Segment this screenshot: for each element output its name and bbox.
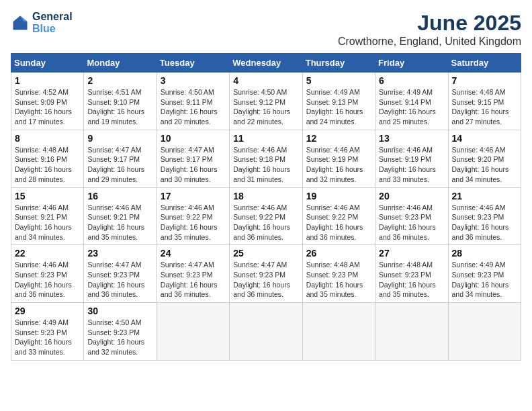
calendar-cell: 25Sunrise: 4:47 AMSunset: 9:23 PMDayligh… (230, 245, 302, 303)
calendar-cell: 21Sunrise: 4:46 AMSunset: 9:23 PMDayligh… (448, 187, 521, 245)
day-number: 1 (15, 75, 80, 86)
calendar-cell (230, 303, 302, 361)
calendar-table: SundayMondayTuesdayWednesdayThursdayFrid… (11, 53, 521, 361)
day-number: 28 (452, 248, 517, 259)
day-number: 20 (379, 191, 444, 201)
day-number: 26 (306, 248, 371, 259)
day-number: 17 (161, 191, 226, 201)
day-info: Sunrise: 4:52 AMSunset: 9:09 PMDaylight:… (15, 87, 80, 127)
day-info: Sunrise: 4:49 AMSunset: 9:23 PMDaylight:… (452, 260, 517, 300)
calendar-cell: 20Sunrise: 4:46 AMSunset: 9:23 PMDayligh… (375, 187, 448, 245)
weekday-header: Friday (375, 54, 448, 73)
day-number: 29 (15, 306, 80, 316)
calendar-cell: 16Sunrise: 4:46 AMSunset: 9:21 PMDayligh… (84, 187, 157, 245)
day-info: Sunrise: 4:50 AMSunset: 9:12 PMDaylight:… (233, 87, 298, 127)
calendar-cell: 13Sunrise: 4:46 AMSunset: 9:19 PMDayligh… (375, 130, 448, 187)
day-number: 25 (233, 248, 298, 259)
title-area: June 2025 Crowthorne, England, United Ki… (338, 11, 521, 48)
weekday-header: Sunday (11, 54, 84, 73)
day-number: 9 (87, 133, 152, 144)
day-info: Sunrise: 4:48 AMSunset: 9:23 PMDaylight:… (379, 260, 444, 300)
day-info: Sunrise: 4:46 AMSunset: 9:23 PMDaylight:… (15, 260, 80, 300)
day-info: Sunrise: 4:46 AMSunset: 9:23 PMDaylight:… (379, 203, 444, 242)
calendar-cell: 29Sunrise: 4:49 AMSunset: 9:23 PMDayligh… (11, 303, 84, 361)
day-info: Sunrise: 4:48 AMSunset: 9:16 PMDaylight:… (15, 145, 80, 185)
calendar-cell: 26Sunrise: 4:48 AMSunset: 9:23 PMDayligh… (302, 245, 375, 303)
calendar-cell: 17Sunrise: 4:46 AMSunset: 9:22 PMDayligh… (157, 187, 229, 245)
day-info: Sunrise: 4:48 AMSunset: 9:15 PMDaylight:… (452, 87, 517, 127)
day-number: 23 (87, 248, 152, 259)
calendar-cell: 10Sunrise: 4:47 AMSunset: 9:17 PMDayligh… (157, 130, 229, 187)
calendar-cell: 14Sunrise: 4:46 AMSunset: 9:20 PMDayligh… (448, 130, 521, 187)
logo-text: General Blue (32, 11, 73, 35)
calendar-cell: 12Sunrise: 4:46 AMSunset: 9:19 PMDayligh… (302, 130, 375, 187)
calendar-cell: 23Sunrise: 4:47 AMSunset: 9:23 PMDayligh… (84, 245, 157, 303)
day-number: 27 (379, 248, 444, 259)
day-info: Sunrise: 4:46 AMSunset: 9:21 PMDaylight:… (87, 203, 152, 242)
day-info: Sunrise: 4:49 AMSunset: 9:23 PMDaylight:… (15, 318, 80, 357)
calendar-cell: 5Sunrise: 4:49 AMSunset: 9:13 PMDaylight… (302, 73, 375, 130)
day-info: Sunrise: 4:50 AMSunset: 9:11 PMDaylight:… (161, 87, 226, 127)
calendar-cell: 9Sunrise: 4:47 AMSunset: 9:17 PMDaylight… (84, 130, 157, 187)
location: Crowthorne, England, United Kingdom (338, 36, 521, 48)
day-number: 10 (161, 133, 226, 144)
calendar-cell: 11Sunrise: 4:46 AMSunset: 9:18 PMDayligh… (230, 130, 302, 187)
day-number: 24 (161, 248, 226, 259)
calendar-cell: 27Sunrise: 4:48 AMSunset: 9:23 PMDayligh… (375, 245, 448, 303)
logo: General Blue (11, 11, 73, 35)
calendar-cell: 19Sunrise: 4:46 AMSunset: 9:22 PMDayligh… (302, 187, 375, 245)
day-number: 16 (87, 191, 152, 201)
calendar-cell: 18Sunrise: 4:46 AMSunset: 9:22 PMDayligh… (230, 187, 302, 245)
weekday-header: Saturday (448, 54, 521, 73)
calendar-cell: 2Sunrise: 4:51 AMSunset: 9:10 PMDaylight… (84, 73, 157, 130)
day-info: Sunrise: 4:46 AMSunset: 9:22 PMDaylight:… (306, 203, 371, 242)
day-info: Sunrise: 4:46 AMSunset: 9:22 PMDaylight:… (161, 203, 226, 242)
calendar-cell: 15Sunrise: 4:46 AMSunset: 9:21 PMDayligh… (11, 187, 84, 245)
day-number: 22 (15, 248, 80, 259)
day-info: Sunrise: 4:49 AMSunset: 9:13 PMDaylight:… (306, 87, 371, 127)
day-info: Sunrise: 4:48 AMSunset: 9:23 PMDaylight:… (306, 260, 371, 300)
day-info: Sunrise: 4:46 AMSunset: 9:19 PMDaylight:… (306, 145, 371, 185)
calendar-cell: 1Sunrise: 4:52 AMSunset: 9:09 PMDaylight… (11, 73, 84, 130)
calendar-cell: 8Sunrise: 4:48 AMSunset: 9:16 PMDaylight… (11, 130, 84, 187)
day-info: Sunrise: 4:46 AMSunset: 9:22 PMDaylight:… (233, 203, 298, 242)
calendar-cell (448, 303, 521, 361)
day-number: 11 (233, 133, 298, 144)
day-number: 7 (452, 75, 517, 86)
day-number: 6 (379, 75, 444, 86)
day-info: Sunrise: 4:49 AMSunset: 9:14 PMDaylight:… (379, 87, 444, 127)
calendar-cell (302, 303, 375, 361)
day-number: 15 (15, 191, 80, 201)
day-info: Sunrise: 4:47 AMSunset: 9:17 PMDaylight:… (87, 145, 152, 185)
day-info: Sunrise: 4:51 AMSunset: 9:10 PMDaylight:… (87, 87, 152, 127)
day-info: Sunrise: 4:47 AMSunset: 9:23 PMDaylight:… (233, 260, 298, 300)
weekday-header: Thursday (302, 54, 375, 73)
calendar-cell (375, 303, 448, 361)
calendar-cell (157, 303, 229, 361)
day-number: 18 (233, 191, 298, 201)
day-info: Sunrise: 4:46 AMSunset: 9:20 PMDaylight:… (452, 145, 517, 185)
logo-icon (11, 13, 30, 32)
calendar-cell: 30Sunrise: 4:50 AMSunset: 9:23 PMDayligh… (84, 303, 157, 361)
day-info: Sunrise: 4:46 AMSunset: 9:23 PMDaylight:… (452, 203, 517, 242)
day-number: 12 (306, 133, 371, 144)
day-info: Sunrise: 4:47 AMSunset: 9:23 PMDaylight:… (161, 260, 226, 300)
calendar-cell: 28Sunrise: 4:49 AMSunset: 9:23 PMDayligh… (448, 245, 521, 303)
calendar-cell: 4Sunrise: 4:50 AMSunset: 9:12 PMDaylight… (230, 73, 302, 130)
calendar-cell: 24Sunrise: 4:47 AMSunset: 9:23 PMDayligh… (157, 245, 229, 303)
day-number: 19 (306, 191, 371, 201)
day-info: Sunrise: 4:46 AMSunset: 9:19 PMDaylight:… (379, 145, 444, 185)
weekday-header: Monday (84, 54, 157, 73)
day-number: 14 (452, 133, 517, 144)
day-number: 4 (233, 75, 298, 86)
day-number: 3 (161, 75, 226, 86)
day-info: Sunrise: 4:47 AMSunset: 9:17 PMDaylight:… (161, 145, 226, 185)
weekday-header: Wednesday (230, 54, 302, 73)
day-number: 8 (15, 133, 80, 144)
day-number: 30 (87, 306, 152, 316)
calendar-cell: 7Sunrise: 4:48 AMSunset: 9:15 PMDaylight… (448, 73, 521, 130)
calendar-cell: 6Sunrise: 4:49 AMSunset: 9:14 PMDaylight… (375, 73, 448, 130)
day-number: 5 (306, 75, 371, 86)
day-info: Sunrise: 4:46 AMSunset: 9:21 PMDaylight:… (15, 203, 80, 242)
day-number: 21 (452, 191, 517, 201)
